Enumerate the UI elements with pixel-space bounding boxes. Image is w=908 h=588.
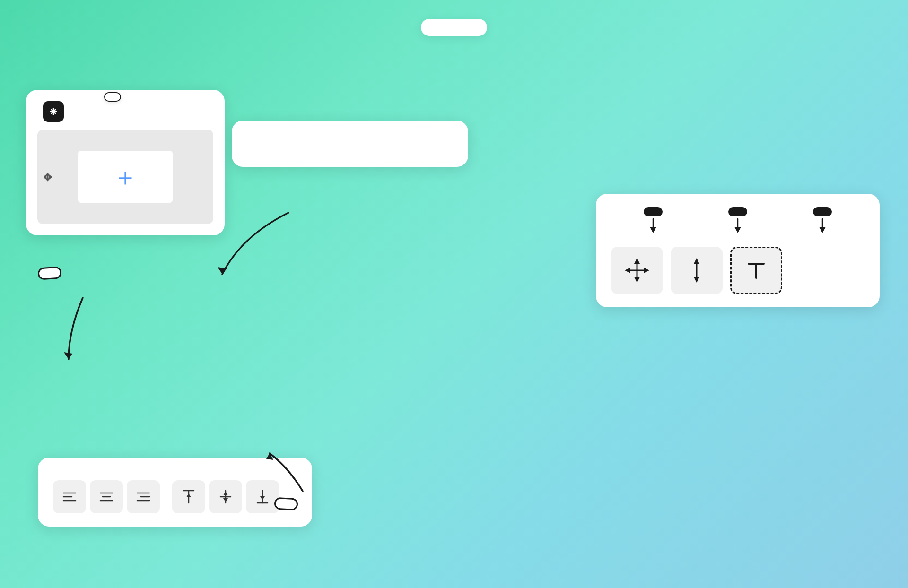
auto-height-label[interactable] [728,207,747,216]
padding-inner: ＋ [78,151,173,203]
plus-crosshair-icon: ＋ [113,164,138,189]
svg-marker-34 [634,258,640,264]
svg-marker-20 [223,492,228,495]
fixed-size-section [780,207,864,235]
horizontal-to-alignment-arrow [54,293,121,369]
vertical-label [274,497,298,511]
align-top-icon [183,490,195,504]
auto-height-icon-box [671,247,723,294]
callout-to-padding-arrow [213,199,317,293]
edit-icon-button[interactable] [43,101,64,122]
svg-marker-31 [819,227,826,233]
align-right-button[interactable] [127,480,160,513]
panel-header [37,101,213,122]
align-left-icon [62,491,77,503]
padding-panel: ✥ ＋ [26,90,225,235]
auto-size-section [611,207,696,235]
resize-labels-row [611,207,864,235]
align-middle-icon [219,490,232,504]
align-center-button[interactable] [90,480,123,513]
svg-marker-4 [218,267,227,274]
resize-panel [596,194,880,307]
svg-marker-17 [186,493,191,497]
title-container [421,19,487,36]
auto-height-arrow [731,216,745,235]
svg-marker-29 [734,227,741,233]
fixed-size-arrow [815,216,829,235]
move-cursor-icon: ✥ [43,172,52,184]
auto-size-arrow [646,216,660,235]
svg-marker-35 [634,277,640,283]
auto-size-label[interactable] [644,207,663,216]
svg-marker-40 [694,277,699,283]
align-left-button[interactable] [53,480,86,513]
align-bottom-button[interactable] [246,480,279,513]
svg-marker-21 [223,498,228,502]
svg-marker-39 [694,258,699,264]
align-middle-button[interactable] [209,480,242,513]
apply-callout [232,121,468,167]
align-top-button[interactable] [172,480,205,513]
svg-marker-27 [650,227,656,233]
padding-left-section: ✥ [43,170,52,184]
alignment-divider [166,483,166,511]
text-T-icon [742,256,770,285]
align-center-icon [99,491,114,503]
fixed-size-icon-box [730,247,782,294]
edit-manually-tooltip [104,92,121,102]
svg-marker-5 [64,352,72,359]
alignment-panel [38,458,312,527]
resize-icons-row [611,247,864,294]
auto-height-section [696,207,780,235]
fixed-size-label[interactable] [813,207,832,216]
apply-callout-text [249,134,451,154]
four-direction-arrows-icon [623,256,651,285]
align-bottom-icon [256,490,269,504]
svg-marker-24 [260,496,265,500]
svg-marker-37 [644,268,649,273]
auto-size-icon-box [611,247,663,294]
padding-visual: ✥ ＋ [37,130,213,224]
horizontal-label [37,266,62,280]
alignment-buttons [53,480,297,513]
up-down-arrows-icon [685,256,708,285]
edit-icon [48,106,59,117]
svg-marker-36 [625,268,630,273]
align-right-icon [136,491,150,503]
